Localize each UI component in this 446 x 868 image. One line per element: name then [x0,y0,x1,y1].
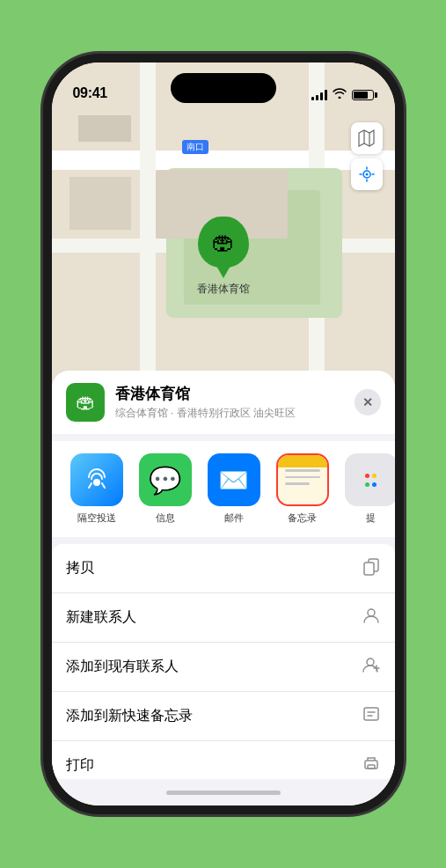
status-time: 09:41 [73,85,107,101]
action-new-contact[interactable]: 新建联系人 [52,593,395,643]
action-add-notes[interactable]: 添加到新快速备忘录 [52,692,395,741]
signal-icon [311,90,327,100]
venue-desc: 综合体育馆 · 香港特别行政区 油尖旺区 [115,406,355,421]
venue-card: 🏟 香港体育馆 综合体育馆 · 香港特别行政区 油尖旺区 ✕ [52,371,395,434]
svg-point-5 [367,658,374,666]
venue-icon: 🏟 [66,383,105,422]
more-icon [345,453,395,506]
battery-icon [352,90,374,100]
share-row: 隔空投送 💬 信息 ✉️ 邮件 [52,441,395,537]
mail-label: 邮件 [224,511,244,525]
svg-point-4 [368,609,375,616]
print-icon [362,754,381,777]
share-item-mail[interactable]: ✉️ 邮件 [203,453,265,525]
close-button[interactable]: ✕ [355,389,381,416]
map-north-exit: 南口 [182,140,208,154]
mail-icon: ✉️ [208,453,260,506]
new-contact-icon [362,606,381,629]
location-button[interactable] [351,158,383,190]
venue-name: 香港体育馆 [115,384,355,404]
status-icons [311,88,374,101]
messages-icon: 💬 [139,453,192,506]
svg-rect-3 [364,563,374,575]
share-item-notes[interactable]: 备忘录 [272,453,333,525]
airdrop-icon [70,453,123,506]
venue-info: 香港体育馆 综合体育馆 · 香港特别行政区 油尖旺区 [115,384,355,421]
home-indicator [52,779,395,805]
action-list: 拷贝 新建联系人 添加到现有联系人 [52,544,395,779]
airdrop-label: 隔空投送 [77,511,116,525]
pin-circle: 🏟 [198,217,249,268]
add-contact-icon [362,655,381,679]
action-copy[interactable]: 拷贝 [52,544,395,593]
location-pin: 🏟 香港体育馆 [197,217,250,297]
more-dots [365,474,377,487]
map-controls [351,122,383,190]
home-bar [166,791,281,795]
map-type-button[interactable] [351,122,383,154]
dynamic-island [171,73,276,103]
notes-icon [276,453,329,506]
add-notes-icon [362,704,381,728]
share-item-more[interactable]: 提 [340,453,395,525]
action-print[interactable]: 打印 [52,741,395,779]
messages-label: 信息 [156,511,175,525]
map-label-tag: 南口 [182,140,208,154]
share-item-messages[interactable]: 💬 信息 [135,453,196,525]
wifi-icon [333,88,347,101]
copy-icon [362,556,381,580]
notes-label: 备忘录 [288,511,317,525]
pin-label: 香港体育馆 [197,282,250,297]
svg-rect-6 [364,708,378,720]
action-add-contact[interactable]: 添加到现有联系人 [52,643,395,692]
phone-frame: 09:41 [52,63,395,805]
share-item-airdrop[interactable]: 隔空投送 [66,453,128,525]
svg-point-1 [365,173,368,176]
more-label: 提 [366,511,376,525]
bottom-sheet: 🏟 香港体育馆 综合体育馆 · 香港特别行政区 油尖旺区 ✕ 隔空投送 [52,371,395,805]
svg-rect-8 [368,765,375,769]
